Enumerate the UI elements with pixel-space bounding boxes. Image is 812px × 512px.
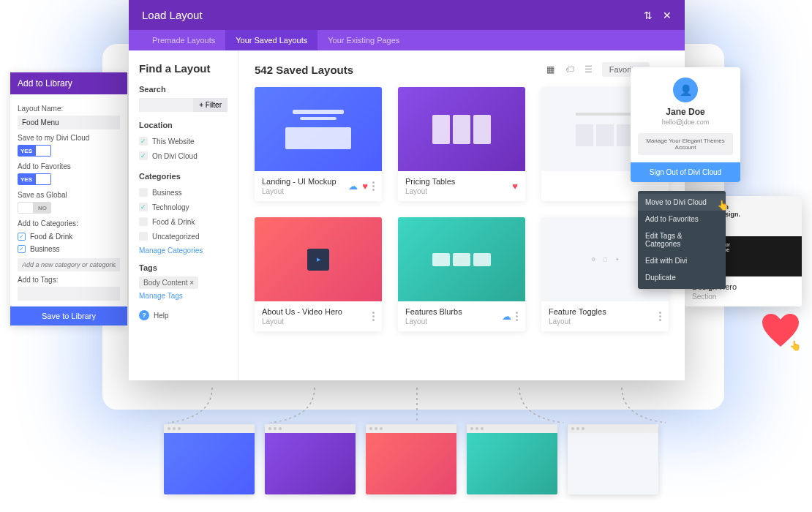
layout-card[interactable]: Landing - UI MockupLayout☁♥ (255, 87, 382, 201)
close-icon[interactable]: ✕ (663, 10, 672, 21)
layout-name-input[interactable] (18, 116, 120, 129)
mini-thumb[interactable] (568, 424, 658, 494)
mini-thumb[interactable] (467, 424, 557, 494)
save-to-library-button[interactable]: Save to Library (10, 306, 127, 325)
mini-thumb[interactable] (366, 424, 456, 494)
grid-view-icon[interactable]: ▦ (545, 64, 557, 75)
card-menu-icon[interactable] (659, 312, 661, 321)
layout-card[interactable]: Pricing TablesLayout♥ (398, 87, 525, 201)
new-category-input[interactable] (18, 258, 120, 271)
cloud-icon: ☁ (502, 311, 511, 322)
add-fav-toggle[interactable]: YES (18, 173, 51, 185)
save-cloud-label: Save to my Divi Cloud (18, 134, 120, 142)
category-option[interactable]: Uncategorized (139, 229, 228, 244)
category-option[interactable]: Business (139, 185, 228, 200)
menu-item-edit-tags[interactable]: Edit Tags & Categories (638, 227, 726, 252)
layout-card[interactable]: Features BlurbsLayout☁ (398, 217, 525, 331)
sort-icon[interactable]: ⇅ (644, 10, 653, 21)
tag-chip[interactable]: Body Content × (139, 276, 198, 289)
content-title: 542 Saved Layouts (255, 64, 353, 76)
library-header: Add to Library (10, 72, 127, 94)
connector-lines (168, 388, 666, 424)
help-link[interactable]: ?Help (139, 310, 228, 320)
add-fav-label: Add to Favorites (18, 162, 120, 170)
heart-icon: ♥ (512, 181, 518, 192)
cursor-icon: 👆 (789, 340, 801, 351)
tab-saved[interactable]: Your Saved Layouts (225, 30, 317, 50)
add-cat-label: Add to Categories: (18, 219, 120, 227)
location-option[interactable]: ✓On Divi Cloud (139, 148, 228, 163)
cloud-icon: ☁ (348, 181, 358, 192)
search-input[interactable] (139, 98, 193, 112)
filter-sidebar: Find a Layout Search + Filter Location ✓… (129, 50, 238, 380)
category-option[interactable]: ✓Technology (139, 200, 228, 214)
manage-account-button[interactable]: Manage Your Elegant Themes Account (638, 133, 733, 155)
filter-button[interactable]: + Filter (193, 98, 228, 112)
cat-row[interactable]: ✓Food & Drink (18, 230, 120, 243)
add-to-library-panel: Add to Library Layout Name: Save to my D… (10, 72, 127, 325)
card-thumbnail: ▶ (255, 217, 382, 301)
list-view-icon[interactable]: ☰ (583, 64, 595, 75)
card-menu-icon[interactable] (516, 312, 518, 321)
account-email: hello@jdoe.com (631, 118, 740, 126)
save-global-label: Save as Global (18, 191, 120, 199)
layout-name-label: Layout Name: (18, 105, 120, 113)
mini-thumb[interactable] (164, 424, 255, 494)
add-tags-label: Add to Tags: (18, 276, 120, 284)
sidebar-title: Find a Layout (139, 62, 228, 75)
card-menu-icon[interactable] (372, 312, 375, 321)
manage-tags-link[interactable]: Manage Tags (139, 292, 228, 300)
load-layout-modal: Load Layout ⇅ ✕ Premade Layouts Your Sav… (129, 0, 685, 380)
menu-item-move-cloud[interactable]: Move to Divi Cloud (638, 194, 726, 211)
context-menu: Move to Divi Cloud Add to Favorites Edit… (638, 191, 726, 289)
mini-thumbnail-strip (164, 424, 658, 494)
cursor-icon: 👆 (717, 200, 729, 211)
card-thumbnail (398, 217, 525, 301)
cat-row[interactable]: ✓Business (18, 243, 120, 255)
card-thumbnail (255, 87, 382, 171)
manage-categories-link[interactable]: Manage Categories (139, 246, 228, 255)
save-cloud-toggle[interactable]: YES (18, 145, 51, 157)
account-name: Jane Doe (631, 107, 740, 117)
tag-view-icon[interactable]: 🏷 (564, 64, 576, 75)
location-option[interactable]: ✓This Website (139, 134, 228, 148)
menu-item-edit-divi[interactable]: Edit with Divi (638, 252, 726, 269)
heart-icon: ♥ (362, 181, 368, 192)
modal-title: Load Layout (142, 9, 203, 21)
avatar: 👤 (673, 78, 698, 102)
card-thumbnail (398, 87, 525, 171)
menu-item-duplicate[interactable]: Duplicate (638, 269, 726, 286)
account-popup: 👤 Jane Doe hello@jdoe.com Manage Your El… (631, 67, 740, 182)
tags-input[interactable] (18, 287, 120, 301)
tab-existing[interactable]: Your Existing Pages (317, 30, 410, 50)
tab-premade[interactable]: Premade Layouts (142, 30, 225, 50)
layout-card[interactable]: ▶ About Us - Video HeroLayout (255, 217, 382, 331)
card-menu-icon[interactable] (372, 181, 375, 191)
help-icon: ? (139, 310, 149, 320)
mini-thumb[interactable] (265, 424, 356, 494)
sign-out-button[interactable]: Sign Out of Divi Cloud (631, 162, 740, 182)
category-option[interactable]: Food & Drink (139, 214, 228, 229)
modal-tabs: Premade Layouts Your Saved Layouts Your … (129, 30, 685, 50)
menu-item-add-fav[interactable]: Add to Favorites (638, 211, 726, 227)
save-global-toggle[interactable]: NO (18, 202, 51, 214)
